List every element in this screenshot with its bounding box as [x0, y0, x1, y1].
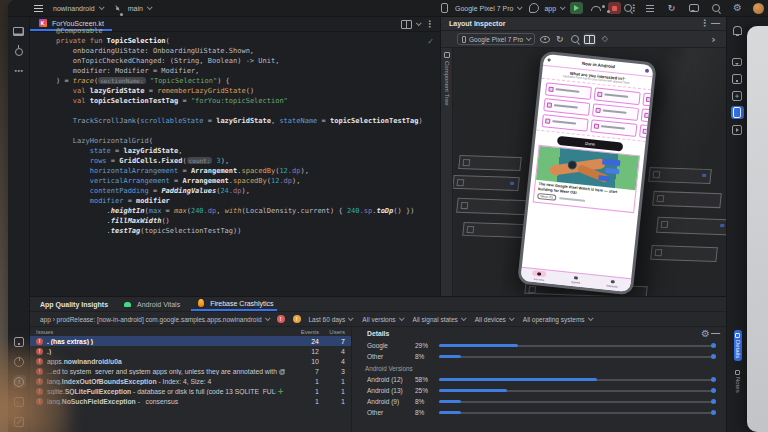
details-row: Android (12)58% [353, 374, 726, 385]
issue-row[interactable]: !lang.NoSuchFieldException - _consensus1… [30, 396, 351, 406]
device-explorer-icon[interactable] [731, 123, 744, 136]
devices-icon[interactable] [13, 335, 26, 348]
filter-last-60-days[interactable]: Last 60 days [309, 316, 353, 323]
rotate-3d-icon[interactable] [598, 33, 611, 46]
zoom-icon[interactable] [568, 33, 581, 46]
details-minimize-icon[interactable]: — [711, 329, 720, 338]
inspections-ok-icon[interactable]: ✓ [427, 37, 434, 46]
component-tree-tab[interactable]: Component Tree [441, 48, 453, 296]
non-fatal-filter-icon[interactable]: ! [293, 315, 301, 323]
history-icon[interactable] [13, 355, 26, 368]
run-button[interactable] [570, 2, 583, 14]
right-strip-tools [731, 55, 744, 136]
chat-icon[interactable] [731, 55, 744, 68]
minimize-icon[interactable]: — [711, 19, 720, 28]
chevron-down-icon [526, 35, 532, 41]
aqi-scope-selector[interactable]: app › prodRelease: [now-in-android] com.… [40, 316, 269, 323]
code-line: modifier: Modifier = Modifier, [56, 66, 423, 76]
side-tab-notes[interactable]: Notes [734, 367, 742, 396]
project-selector[interactable]: nowinandroid [53, 5, 103, 12]
tab-firebase-crashlytics[interactable]: Firebase Crashlytics [191, 297, 276, 311]
issue-row[interactable]: !...ed to system_server and system apps … [30, 366, 351, 376]
layer-outline [453, 175, 520, 191]
issues-column-header[interactable]: Issues [30, 329, 285, 335]
commit-icon[interactable] [12, 45, 25, 58]
notifications-icon[interactable] [731, 24, 744, 37]
filter-icon[interactable] [643, 2, 656, 15]
topic-chip [590, 119, 637, 137]
code-editor: ForYouScreen.kt @Composableprivate fun T… [30, 17, 440, 296]
titlebar-icons [599, 2, 744, 15]
emulator-icon[interactable] [731, 89, 744, 102]
topic-chip [641, 108, 651, 126]
details-settings-icon[interactable] [700, 328, 711, 339]
device-selector[interactable]: Google Pixel 7 Pro [438, 2, 521, 15]
events-count: 24 [285, 338, 319, 345]
nav-item-saved: Saved [557, 272, 595, 289]
tab-label: Android Vitals [137, 301, 180, 308]
issue-row[interactable]: !lang.IndexOutOfBoundsException - Index:… [30, 376, 351, 386]
issue-row[interactable]: !. (has extras) )247 [30, 336, 351, 346]
details-row-percent: 8% [415, 409, 439, 416]
details-row: Other8% [353, 351, 726, 362]
android-icon[interactable] [121, 298, 134, 311]
inspector-device-selector[interactable]: Google Pixel 7 Pro [457, 33, 535, 45]
panes-icon[interactable] [583, 33, 596, 46]
chat-icon[interactable] [687, 2, 700, 15]
fatal-filter-icon[interactable]: ! [277, 315, 285, 323]
avatar[interactable] [753, 3, 764, 14]
details-tab-icon [735, 333, 740, 338]
aqi-filter-list: Last 60 daysAll versionsAll signal state… [309, 316, 592, 323]
topic-chip [543, 98, 590, 116]
search-icon[interactable] [709, 2, 722, 15]
inspector-viewport[interactable]: Now in Android What are you interested i… [453, 48, 726, 296]
running-devices-icon[interactable] [731, 106, 744, 119]
filter-all-operating-systems[interactable]: All operating systems [523, 316, 592, 323]
tab-android-vitals[interactable]: Android Vitals [118, 297, 183, 311]
git-icon[interactable] [599, 2, 612, 15]
code-line: contentPadding = PaddingValues(24.dp), [56, 186, 423, 196]
editor-options-icon[interactable] [423, 18, 436, 31]
right-strip-top [731, 21, 744, 39]
issue-row[interactable]: !apps.nowinandroid/u0a104 [30, 356, 351, 366]
flame-icon[interactable] [194, 297, 207, 310]
events-column-header[interactable]: Events [285, 329, 319, 335]
layer-outline [648, 167, 712, 184]
details-row: Android (9)8% [353, 396, 726, 407]
main-menu-icon[interactable] [32, 2, 45, 15]
issue-title: ...ed to system_server and system apps o… [47, 368, 285, 375]
aqi-side-tabs: DetailsNotes [727, 330, 748, 396]
project-folder-icon[interactable] [12, 25, 25, 38]
find-icon[interactable] [621, 2, 634, 15]
details-row-percent: 8% [415, 398, 439, 405]
side-tab-details[interactable]: Details [734, 330, 742, 361]
details-row-label: Other [367, 409, 415, 416]
view-options-icon[interactable] [538, 33, 551, 46]
branch-selector[interactable]: main [111, 2, 151, 15]
settings-icon[interactable] [731, 2, 744, 15]
code-content[interactable]: @Composableprivate fun TopicSelection( o… [56, 26, 423, 236]
filter-all-versions[interactable]: All versions [362, 316, 402, 323]
sync-icon[interactable] [665, 2, 678, 15]
users-count: 1 [319, 398, 345, 405]
more-icon[interactable] [12, 65, 25, 78]
phone-news-card: The new Google Pixel Watch is here — sta… [533, 145, 641, 214]
device-render[interactable]: Now in Android What are you interested i… [517, 51, 657, 296]
background-window [747, 26, 768, 432]
issue-row[interactable]: !sqlite.SQLiteFullException - database o… [30, 386, 351, 396]
issue-row[interactable]: !.)124 [30, 346, 351, 356]
filter-all-devices[interactable]: All devices [475, 316, 513, 323]
build-icon[interactable] [13, 415, 26, 428]
panel-options-icon[interactable] [698, 17, 711, 30]
refresh-icon[interactable] [553, 33, 566, 46]
note-indicator-icon[interactable] [276, 385, 285, 398]
expand-icon[interactable] [707, 33, 720, 46]
run-config-selector[interactable]: app [527, 2, 564, 15]
users-column-header[interactable]: Users [319, 329, 345, 335]
fatal-issue-icon: ! [36, 338, 43, 345]
filter-all-signal-states[interactable]: All signal states [413, 316, 465, 323]
device-manager-icon[interactable] [731, 72, 744, 85]
aqi-panel-title: App Quality Insights [40, 301, 108, 308]
app-quality-insights-icon[interactable] [13, 375, 26, 388]
terminal-icon[interactable] [13, 395, 26, 408]
